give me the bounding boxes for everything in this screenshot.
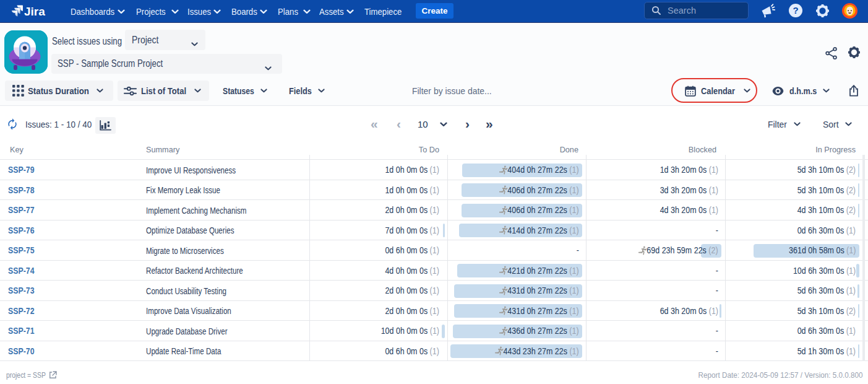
svg-text:?: ? bbox=[793, 5, 798, 15]
